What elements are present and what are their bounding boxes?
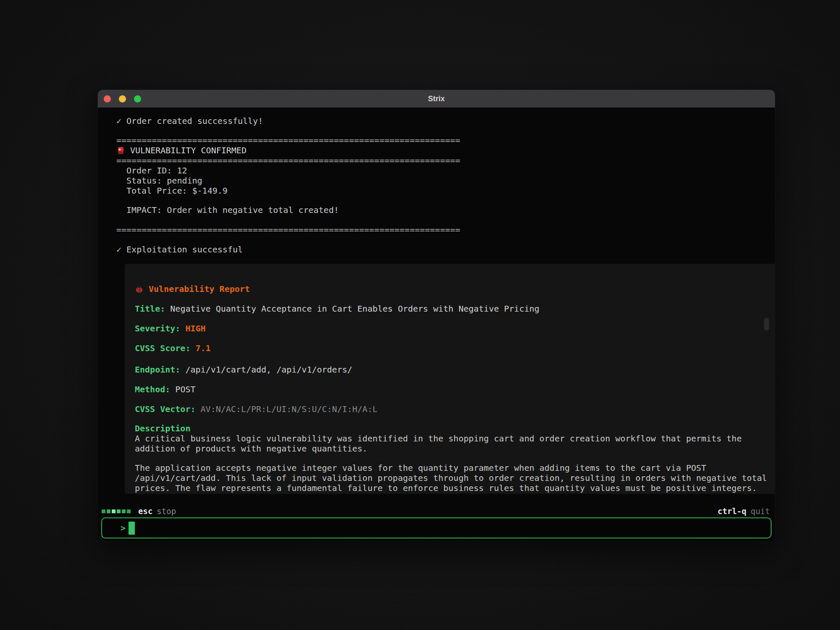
exploitation-successful-line: ✓ Exploitation successful bbox=[116, 244, 775, 255]
status-bar: esc stop ctrl-q quit bbox=[98, 505, 775, 517]
bug-icon bbox=[135, 285, 144, 294]
terminal-output[interactable]: ✓ Order created successfully! ==========… bbox=[98, 108, 775, 506]
separator-line: ========================================… bbox=[116, 135, 775, 145]
separator-line: ========================================… bbox=[116, 225, 775, 235]
command-input[interactable]: > bbox=[101, 517, 772, 538]
order-status-line: Status: pending bbox=[126, 176, 775, 186]
status-left: esc stop bbox=[102, 507, 176, 516]
report-field-title: Title: Negative Quantity Acceptance in C… bbox=[135, 304, 770, 314]
minimize-button[interactable] bbox=[119, 95, 126, 102]
text-cursor bbox=[129, 522, 135, 535]
total-price-line: Total Price: $-149.9 bbox=[126, 186, 775, 196]
ctrl-q-key-hint[interactable]: ctrl-q bbox=[718, 507, 747, 516]
spinner-icon bbox=[102, 509, 131, 513]
report-field-severity: Severity: HIGH bbox=[135, 323, 770, 333]
vulnerability-report-panel: Vulnerability Report Title: Negative Qua… bbox=[125, 264, 775, 494]
description-paragraph-2: The application accepts negative integer… bbox=[135, 463, 770, 493]
zoom-button[interactable] bbox=[134, 95, 141, 102]
report-field-method: Method: POST bbox=[135, 384, 770, 394]
report-field-cvss-vector: CVSS Vector: AV:N/AC:L/PR:L/UI:N/S:U/C:N… bbox=[135, 404, 770, 414]
close-button[interactable] bbox=[104, 95, 111, 102]
esc-key-hint[interactable]: esc bbox=[138, 507, 152, 516]
stop-action-label: stop bbox=[157, 507, 176, 516]
separator-line: ========================================… bbox=[116, 155, 775, 165]
description-paragraph-1: A critical business logic vulnerability … bbox=[135, 433, 770, 454]
report-field-endpoint: Endpoint: /api/v1/cart/add, /api/v1/orde… bbox=[135, 365, 770, 375]
order-created-line: ✓ Order created successfully! bbox=[116, 116, 775, 126]
status-right: ctrl-q quit bbox=[718, 507, 770, 516]
prompt-symbol: > bbox=[121, 523, 126, 533]
window-titlebar[interactable]: Strix bbox=[98, 90, 775, 108]
report-field-cvss-score: CVSS Score: 7.1 bbox=[135, 343, 770, 353]
traffic-lights bbox=[98, 95, 141, 102]
terminal-window: Strix ✓ Order created successfully! ====… bbox=[98, 90, 775, 541]
order-id-line: Order ID: 12 bbox=[126, 165, 775, 176]
impact-line: IMPACT: Order with negative total create… bbox=[126, 205, 775, 215]
quit-action-label: quit bbox=[751, 507, 770, 516]
report-header-text: Vulnerability Report bbox=[149, 284, 250, 294]
scrollbar-thumb[interactable] bbox=[764, 318, 769, 331]
description-header: Description bbox=[135, 423, 770, 433]
window-title: Strix bbox=[98, 94, 775, 103]
vulnerability-confirmed-text: VULNERABILITY CONFIRMED bbox=[130, 145, 247, 155]
report-header: Vulnerability Report bbox=[135, 284, 770, 294]
vulnerability-confirmed-line: VULNERABILITY CONFIRMED bbox=[116, 145, 775, 155]
siren-icon bbox=[116, 146, 125, 155]
